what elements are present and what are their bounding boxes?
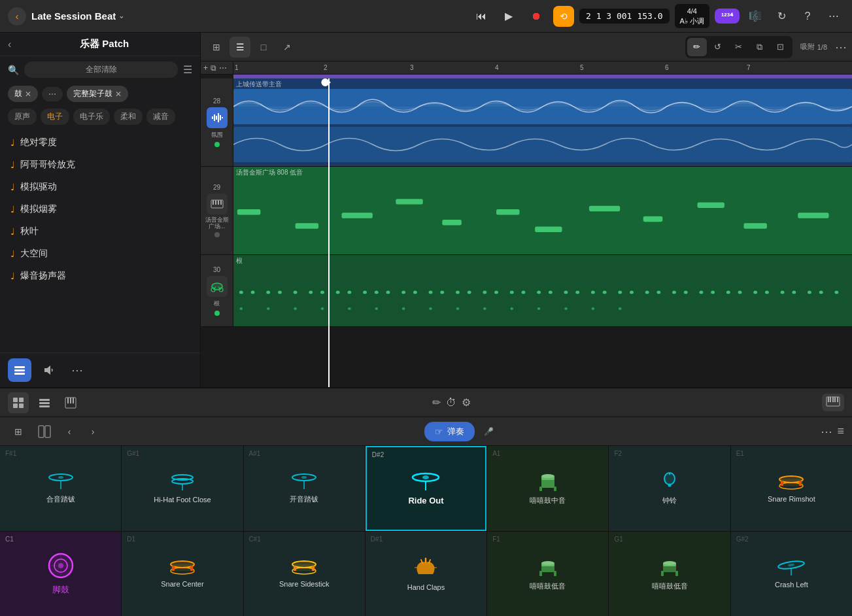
expand-button[interactable]: ↗ [277, 37, 298, 58]
eq-tool[interactable]: ⚙ [462, 396, 471, 409]
track-icon-28[interactable] [207, 107, 228, 128]
sidebar-more-button[interactable]: ⋯ [65, 358, 89, 382]
tag-drum-remove[interactable]: ✕ [25, 90, 31, 99]
settings-icon[interactable]: ⋯ [823, 6, 844, 27]
drum-pad-g-sharp-2[interactable]: G#2 Crash Left [731, 532, 852, 617]
list-item[interactable]: ♩ 爆音扬声器 [0, 265, 200, 287]
list-item[interactable]: ♩ 秋叶 [0, 220, 200, 243]
drum-sequencer-button[interactable] [34, 392, 55, 413]
tag-complete-drum[interactable]: 完整架子鼓 ✕ [67, 86, 128, 102]
grid-view-button[interactable]: ⊞ [206, 37, 227, 58]
sidebar-back-icon[interactable]: ‹ [8, 39, 11, 50]
tag-more[interactable]: ⋯ [42, 87, 63, 101]
track-icon-30[interactable] [207, 276, 228, 297]
svg-rect-95 [13, 403, 18, 408]
drum-pad-c1-kick[interactable]: C1 脚鼓 [0, 532, 121, 617]
metronome-button[interactable]: ¹²³⁴ [715, 9, 740, 24]
play-mode-label: 弹奏 [447, 426, 464, 437]
drum-piano-button[interactable] [60, 392, 81, 413]
list-item[interactable]: ♩ 绝对零度 [0, 131, 200, 154]
drum-pad-f2[interactable]: F2 钟铃 [609, 446, 730, 531]
tag-drum[interactable]: 鼓 ✕ [8, 86, 38, 102]
list-item[interactable]: ♩ 模拟驱动 [0, 176, 200, 198]
drum-pad-c-sharp-1[interactable]: C#1 Snare Sidestick [244, 532, 365, 617]
tracks-icon [13, 364, 26, 377]
drum-pad-a-sharp-1[interactable]: A#1 开音踏钹 [244, 446, 365, 531]
filter-icon[interactable]: ☰ [183, 63, 192, 76]
svg-rect-16 [296, 223, 318, 228]
nav-prev-button[interactable]: ‹ [60, 422, 78, 441]
list-item[interactable]: ♩ 大空间 [0, 243, 200, 265]
snare-rimshot-icon [778, 474, 804, 491]
track-row-29: 29 汤普金斯广场... [201, 167, 852, 255]
svg-point-80 [294, 307, 297, 310]
track-inactive-dot [214, 232, 220, 237]
keyboard-view-button[interactable] [822, 394, 844, 411]
drum-lines-button[interactable]: ≡ [838, 424, 845, 438]
scissors-tool[interactable]: ✂ [729, 38, 749, 56]
drum-pad-f-sharp-1[interactable]: F#1 合音踏钹 [0, 446, 121, 531]
list-item[interactable]: ♩ 模拟烟雾 [0, 198, 200, 220]
nav-next-button[interactable]: › [84, 422, 102, 441]
undo-button[interactable]: ↺ [708, 38, 728, 56]
screen-button[interactable]: □ [253, 37, 274, 58]
main-area: ‹ 乐器 Patch 🔍 全部清除 ☰ 鼓 ✕ ⋯ 完整架子鼓 ✕ 原声 电子 … [0, 33, 852, 387]
list-view-button[interactable]: ☰ [230, 37, 250, 58]
drum-pad-e1[interactable]: E1 Snare Rimshot [731, 446, 852, 531]
mic-button[interactable]: 🎤 [480, 422, 498, 441]
position-display[interactable]: 2 1 3 001 153.0 [579, 9, 670, 24]
drum-pad-d-sharp-1[interactable]: D#1 Hand Claps [366, 532, 486, 617]
tag-complete-remove[interactable]: ✕ [115, 90, 122, 99]
record-button[interactable]: ⏺ [526, 6, 547, 27]
track-number-30: 30 [213, 266, 220, 273]
drum-pad-d-sharp-2[interactable]: D#2 Ride Out [366, 446, 486, 531]
filter-muted[interactable]: 减音 [146, 109, 175, 125]
add-track-button[interactable]: + [203, 63, 208, 73]
sidebar-tab-tracks[interactable] [8, 358, 31, 382]
track-icon-29[interactable] [207, 194, 228, 214]
ruler-mark-3: 3 [410, 64, 414, 71]
track-more-button[interactable]: ⋯ [835, 40, 847, 54]
time-signature[interactable]: 4/4 A♭ 小调 [675, 4, 709, 28]
svg-rect-4 [212, 116, 213, 119]
keyboard-icon [211, 199, 224, 209]
svg-point-65 [672, 291, 676, 294]
refresh-icon[interactable]: ↻ [771, 6, 792, 27]
music-note-icon: ♩ [10, 160, 15, 170]
drum-pad-a1[interactable]: A1 嘻嘻鼓中音 [487, 446, 608, 531]
back-icon: ‹ [16, 11, 19, 22]
track-row-28: 28 氛围 [201, 78, 852, 167]
filter-soft[interactable]: 柔和 [114, 109, 143, 125]
play-button[interactable]: ▶ [498, 6, 519, 27]
help-icon[interactable]: ? [797, 6, 818, 27]
drum-pad-g1[interactable]: G1 嘻嘻鼓低音 [609, 532, 730, 617]
pencil-tool-drum[interactable]: ✏ [432, 396, 441, 409]
copy-tool[interactable]: ⊡ [771, 38, 791, 56]
svg-point-164 [541, 561, 554, 565]
play-mode-button[interactable]: ☞ 弹奏 [424, 422, 475, 441]
filter-acoustic[interactable]: 原声 [8, 109, 37, 125]
pencil-tool[interactable]: ✏ [687, 38, 707, 56]
drum-grid-button[interactable] [8, 392, 29, 413]
score-icon[interactable]: 🎼 [745, 6, 766, 27]
drum-more-button[interactable]: ⋯ [821, 424, 832, 439]
drum-pad-g-sharp-1[interactable]: G#1 Hi-Hat Foot Close [122, 446, 243, 531]
track-options-button[interactable]: ⋯ [219, 63, 227, 73]
filter-electronic[interactable]: 电子 [41, 109, 69, 125]
loop-button[interactable]: ⟲ [553, 6, 574, 27]
clone-track-button[interactable]: ⧉ [211, 63, 216, 73]
layout-split-button[interactable] [34, 421, 55, 442]
layout-grid-button[interactable]: ⊞ [8, 421, 29, 442]
clock-tool[interactable]: ⏱ [446, 397, 456, 409]
rewind-button[interactable]: ⏮ [471, 6, 492, 27]
filter-electromusic[interactable]: 电子乐 [73, 109, 110, 125]
clear-all-button[interactable]: 全部清除 [24, 61, 178, 78]
project-title[interactable]: Late Session Beat ⌄ [31, 10, 124, 22]
loop-region[interactable]: ⧉ [750, 38, 770, 56]
sidebar-tab-volume[interactable] [37, 358, 60, 382]
svg-rect-152 [172, 566, 175, 571]
list-item[interactable]: ♩ 阿哥哥铃放克 [0, 154, 200, 176]
back-button[interactable]: ‹ [8, 7, 26, 26]
drum-pad-d1[interactable]: D1 Snare Center [122, 532, 243, 617]
drum-pad-f1[interactable]: F1 嘻嘻鼓低音 [487, 532, 608, 617]
